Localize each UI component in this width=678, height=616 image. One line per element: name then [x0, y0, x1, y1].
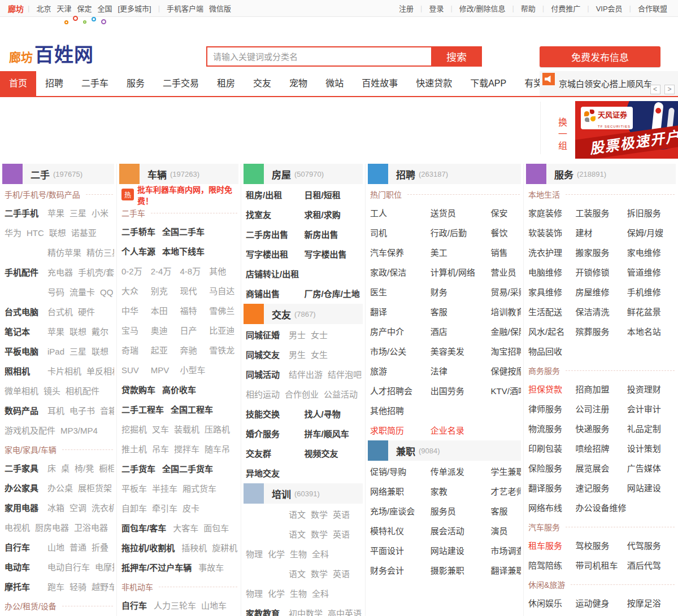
category-link[interactable]: 拼车/顺风车 — [305, 424, 363, 444]
category-link[interactable]: 网络布线 — [528, 498, 576, 518]
category-link[interactable]: 旅游 — [370, 361, 431, 381]
category-link[interactable]: 法律 — [431, 361, 491, 381]
subcategory-link[interactable]: 流量卡 — [69, 287, 95, 297]
category-link[interactable]: 家用电器 — [5, 498, 41, 518]
category-title-link[interactable]: 房屋 — [272, 167, 291, 181]
city-link[interactable]: 北京 — [36, 5, 51, 13]
current-city[interactable]: 廊坊 — [8, 3, 24, 14]
nav-item-下载APP[interactable]: 下载APP — [461, 71, 515, 96]
subcategory-link[interactable]: 空调 — [69, 503, 86, 513]
nav-item-宠物[interactable]: 宠物 — [280, 71, 316, 96]
subcategory-link[interactable]: 精仿三星 — [86, 248, 114, 257]
subcategory-link[interactable]: 精仿苹果 — [47, 248, 81, 257]
subcategory-link[interactable]: 折叠 — [92, 543, 108, 552]
category-link[interactable]: 马自达 — [209, 281, 238, 301]
category-link[interactable]: 市场调查 — [491, 541, 521, 561]
category-link[interactable]: 酒店 — [431, 322, 491, 342]
category-link[interactable]: 全国二手车 — [162, 227, 205, 237]
category-link[interactable]: 网站建设 — [431, 541, 491, 561]
subcategory-link[interactable]: 展柜货架 — [78, 483, 112, 493]
category-link[interactable]: 房屋维修 — [576, 282, 627, 302]
category-link[interactable]: 电脑维修 — [528, 263, 576, 282]
change-ads-button[interactable]: 换一组 — [555, 117, 568, 153]
city-link[interactable]: 保定 — [77, 5, 92, 13]
subcategory-link[interactable]: 全科 — [312, 589, 329, 598]
city-link[interactable]: 全国 — [97, 5, 112, 13]
category-link[interactable]: 陪驾陪练 — [528, 556, 576, 575]
category-link[interactable]: 开锁修锁 — [576, 263, 627, 282]
subcategory-link[interactable]: 搅拌车 — [174, 444, 199, 454]
category-link[interactable]: 金融/保险 — [491, 322, 521, 342]
category-link[interactable]: 现代 — [180, 281, 210, 301]
category-link[interactable]: 翻译兼职 — [491, 561, 521, 580]
category-link[interactable]: 快递服务 — [576, 419, 627, 439]
category-link[interactable]: 小型车 — [180, 360, 210, 380]
subcategory-link[interactable]: 挖掘机 — [121, 425, 147, 434]
category-link[interactable]: 工装服务 — [576, 203, 627, 223]
topbar-link-VIP会员[interactable]: VIP会员 — [596, 3, 623, 14]
category-link[interactable]: 鲜花盆景 — [627, 302, 676, 322]
category-link[interactable]: 求租/求购 — [305, 205, 363, 225]
subcategory-link[interactable]: 卡片相机 — [47, 366, 81, 376]
subcategory-link[interactable]: 华为 — [5, 228, 21, 238]
subcategory-link[interactable]: 皮卡 — [182, 504, 199, 513]
category-link[interactable]: 保健按摩 — [491, 361, 521, 381]
subcategory-link[interactable]: 橱柜 — [99, 464, 114, 473]
subcategory-link[interactable]: 诺基亚 — [71, 228, 97, 238]
subcategory-link[interactable]: 物理 — [246, 589, 263, 598]
category-link[interactable]: 休闲娱乐 — [528, 593, 576, 613]
category-link[interactable]: 企业名录 — [431, 421, 491, 440]
category-link[interactable]: 风水/起名 — [528, 322, 576, 342]
category-link[interactable]: 促销/导购 — [370, 462, 431, 482]
mobile-link[interactable]: 微信版 — [209, 5, 231, 13]
category-title-link[interactable]: 培训 — [272, 487, 291, 501]
category-link[interactable]: 公司注册 — [576, 399, 627, 419]
category-link[interactable]: 其他招聘 — [370, 401, 431, 421]
subcategory-link[interactable]: 叉车 — [152, 425, 169, 434]
category-link[interactable]: 服务员 — [431, 501, 491, 521]
subcategory-link[interactable]: 结伴出游 — [289, 370, 323, 379]
category-link[interactable]: MPV — [151, 360, 180, 380]
subcategory-link[interactable]: 吊车 — [152, 444, 169, 454]
category-link[interactable]: 中华 — [121, 301, 151, 321]
category-link[interactable]: 财务 — [431, 282, 491, 302]
category-link[interactable]: 拆旧服务 — [627, 203, 676, 223]
subcategory-link[interactable]: 物理 — [246, 549, 263, 559]
category-link[interactable]: 交友群 — [246, 444, 305, 464]
subcategory-link[interactable]: 镜头 — [44, 386, 60, 396]
nav-item-百姓故事[interactable]: 百姓故事 — [353, 71, 407, 96]
category-link[interactable]: 日租/短租 — [305, 185, 363, 205]
securities-ad[interactable]: 天风证券 TF SECURITIES 股票极速开户 — [575, 101, 678, 159]
subcategory-link[interactable]: 化学 — [268, 589, 285, 598]
subcategory-link[interactable]: 半挂车 — [152, 484, 177, 493]
category-link[interactable]: 工人 — [370, 203, 431, 223]
category-link[interactable]: 个人车源 — [121, 247, 155, 256]
category-link[interactable]: 全国二手货车 — [162, 464, 213, 474]
subcategory-link[interactable]: 小米 — [92, 208, 108, 218]
subcategory-link[interactable]: QQ — [100, 287, 113, 297]
category-link[interactable]: 婚介服务 — [246, 424, 305, 444]
category-link[interactable]: 驾校服务 — [576, 536, 627, 556]
category-link[interactable]: 礼品定制 — [627, 419, 676, 439]
subcategory-link[interactable]: 大客车 — [173, 523, 198, 533]
category-link[interactable]: 演员 — [491, 521, 521, 541]
category-link[interactable]: 起亚 — [151, 340, 180, 360]
category-link[interactable]: 别克 — [151, 281, 180, 301]
category-link[interactable]: 广告媒体 — [627, 458, 676, 478]
category-link[interactable]: 福特 — [180, 301, 210, 321]
subcategory-link[interactable]: 桌 — [61, 464, 69, 473]
category-title-link[interactable]: 招聘 — [396, 167, 415, 181]
site-logo[interactable]: 廊坊 百姓网 — [9, 40, 94, 67]
category-link[interactable]: 淘宝招聘 — [491, 342, 521, 361]
category-link[interactable]: 写字楼出租 — [246, 244, 305, 264]
category-link[interactable]: 市场/公关 — [370, 342, 431, 361]
category-link[interactable]: 雪佛兰 — [209, 301, 238, 321]
category-link[interactable]: 自行车 — [5, 538, 41, 557]
subcategory-link[interactable]: 英语 — [333, 530, 350, 539]
category-link[interactable]: 二手手机 — [5, 203, 41, 223]
subcategory-link[interactable]: 男士 — [289, 330, 306, 340]
subcategory-link[interactable]: 数学 — [311, 530, 328, 539]
category-link[interactable]: 送货员 — [431, 203, 491, 223]
subcategory-link[interactable]: MP3/MP4 — [60, 426, 98, 435]
category-link[interactable]: 带司机租车 — [576, 556, 627, 575]
